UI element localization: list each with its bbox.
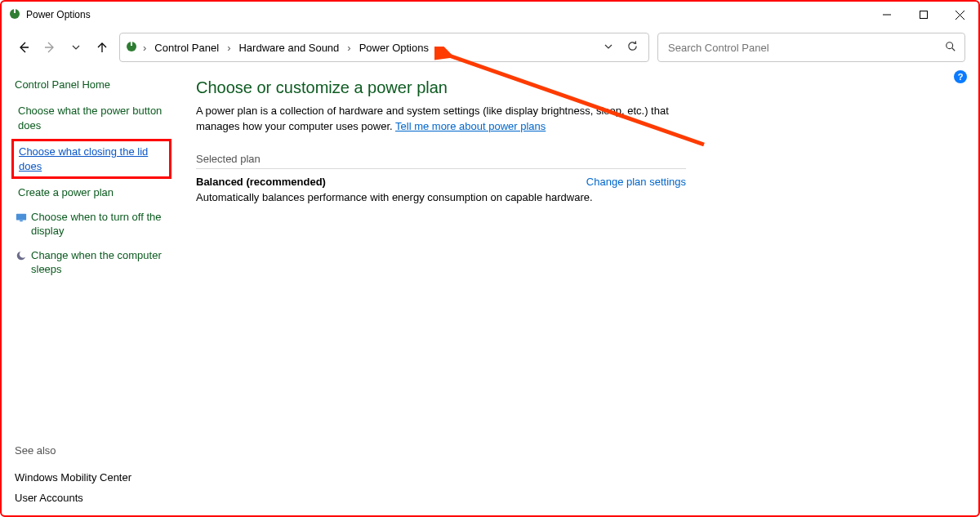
search-icon[interactable] <box>945 41 956 55</box>
sidebar: Control Panel Home Choose what the power… <box>2 67 173 515</box>
sidebar-item-display-off[interactable]: Choose when to turn off the display <box>15 210 167 238</box>
breadcrumb-item[interactable]: Control Panel <box>151 40 222 56</box>
page-description: A power plan is a collection of hardware… <box>196 104 702 135</box>
svg-point-16 <box>20 251 27 258</box>
learn-more-link[interactable]: Tell me more about power plans <box>395 120 546 132</box>
breadcrumb-item[interactable]: Hardware and Sound <box>235 40 342 56</box>
svg-point-11 <box>947 42 953 48</box>
sidebar-item-create-plan[interactable]: Create a power plan <box>15 185 167 200</box>
svg-rect-13 <box>16 213 26 220</box>
search-input[interactable] <box>666 41 945 55</box>
chevron-right-icon: › <box>143 42 146 54</box>
maximize-button[interactable] <box>905 2 942 27</box>
sidebar-item-label: Create a power plan <box>18 185 114 200</box>
annotation-highlight: Choose what closing the lid does <box>11 139 172 179</box>
moon-icon <box>15 249 28 262</box>
see-also-mobility-center[interactable]: Windows Mobility Center <box>15 471 167 484</box>
control-panel-home-link[interactable]: Control Panel Home <box>15 78 167 91</box>
chevron-right-icon: › <box>347 42 350 54</box>
minimize-button[interactable] <box>868 2 905 27</box>
sidebar-item-label: Choose what the power button does <box>18 104 167 132</box>
toolbar: › Control Panel › Hardware and Sound › P… <box>2 28 978 67</box>
titlebar: Power Options <box>2 2 978 28</box>
nav-forward-button[interactable] <box>41 34 59 60</box>
search-box[interactable] <box>657 33 965 62</box>
display-icon <box>15 211 28 224</box>
page-heading: Choose or customize a power plan <box>196 78 952 97</box>
nav-up-button[interactable] <box>93 34 111 60</box>
sidebar-item-sleep[interactable]: Change when the computer sleeps <box>15 248 167 277</box>
address-bar[interactable]: › Control Panel › Hardware and Sound › P… <box>119 33 649 62</box>
change-plan-settings-link[interactable]: Change plan settings <box>586 176 686 188</box>
sidebar-item-label: Change when the computer sleeps <box>31 248 167 277</box>
plan-description: Automatically balances performance with … <box>196 191 621 203</box>
selected-plan-label: Selected plan <box>196 153 686 169</box>
sidebar-item-label: Choose what closing the lid does <box>19 145 164 173</box>
app-icon <box>8 7 21 23</box>
sidebar-item-label: Choose when to turn off the display <box>31 210 167 238</box>
address-dropdown-button[interactable] <box>604 42 613 54</box>
recent-locations-button[interactable] <box>67 34 85 60</box>
plan-name: Balanced (recommended) <box>196 176 326 188</box>
svg-rect-1 <box>14 9 16 13</box>
svg-rect-10 <box>131 42 132 46</box>
control-panel-icon <box>125 40 138 56</box>
refresh-button[interactable] <box>626 40 639 55</box>
nav-back-button[interactable] <box>15 34 33 60</box>
see-also-user-accounts[interactable]: User Accounts <box>15 492 167 504</box>
close-button[interactable] <box>942 2 978 27</box>
chevron-right-icon: › <box>227 42 230 54</box>
svg-rect-3 <box>920 11 927 19</box>
svg-rect-14 <box>20 220 23 221</box>
breadcrumb-item[interactable]: Power Options <box>356 40 432 56</box>
svg-line-12 <box>952 47 956 51</box>
window-title: Power Options <box>26 9 91 20</box>
main-content: Choose or customize a power plan A power… <box>173 67 978 515</box>
sidebar-item-power-button[interactable]: Choose what the power button does <box>15 104 167 132</box>
see-also-label: See also <box>15 444 167 457</box>
sidebar-item-lid[interactable]: Choose what closing the lid does <box>16 145 164 173</box>
